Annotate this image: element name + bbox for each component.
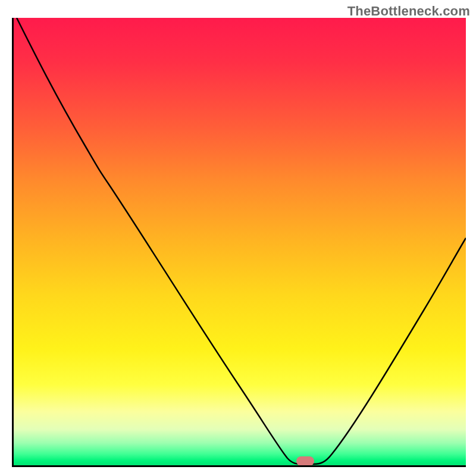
chart-container: TheBottleneck.com	[0, 0, 476, 476]
watermark-text: TheBottleneck.com	[347, 4, 470, 19]
plot-area	[12, 18, 466, 467]
optimal-point-marker	[296, 456, 314, 466]
bottleneck-curve	[14, 18, 466, 465]
curve-path	[17, 18, 466, 464]
